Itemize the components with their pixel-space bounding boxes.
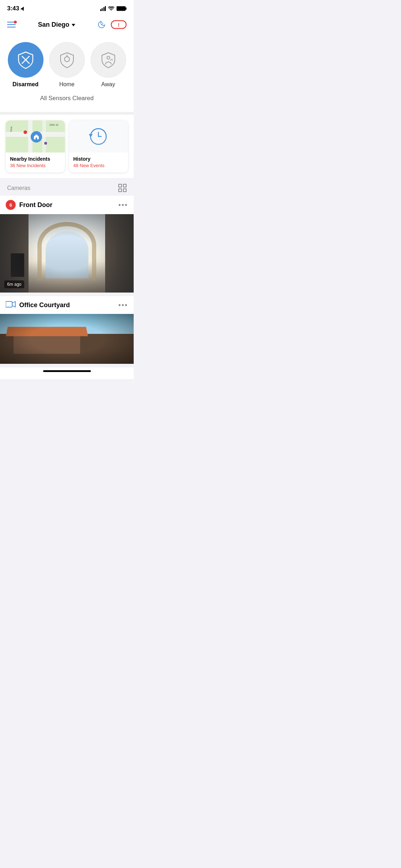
map-preview: Pea 20th St <box>6 120 65 153</box>
signal-icon <box>100 6 106 11</box>
nearby-count: 36 New Incidents <box>10 163 61 168</box>
incident-dot-purple <box>44 142 47 145</box>
camera-name-2: Office Courtyard <box>19 301 70 309</box>
cameras-label: Cameras <box>7 185 30 191</box>
menu-line <box>7 24 16 25</box>
camera-card-header-2: Office Courtyard ••• <box>0 296 134 314</box>
history-icon-area <box>69 120 128 153</box>
security-status-text: All Sensors Cleared <box>7 93 127 102</box>
courtyard-vignette <box>0 314 134 364</box>
history-title: History <box>73 156 124 162</box>
status-time: 3:43 <box>7 5 25 12</box>
menu-line <box>7 27 16 27</box>
security-section: Disarmed Home A <box>0 35 134 112</box>
grid-cell <box>118 184 122 187</box>
status-bar: 3:43 <box>0 0 134 15</box>
more-options-button[interactable]: ••• <box>118 201 128 209</box>
away-label: Away <box>101 81 115 88</box>
notification-dot <box>14 21 17 24</box>
street-label: Pea <box>10 126 13 131</box>
svg-rect-1 <box>117 6 125 11</box>
alarm-icon[interactable]: ! <box>111 19 127 30</box>
nearby-incidents-card[interactable]: Pea 20th St Nearby Incidents 36 New Inci… <box>6 120 65 172</box>
cameras-header: Cameras <box>0 178 134 196</box>
security-modes: Disarmed Home A <box>7 42 127 88</box>
camera-badge: 6 <box>6 200 16 210</box>
incident-dot-red <box>24 130 27 134</box>
location-selector[interactable]: San Diego <box>38 21 75 29</box>
cards-section: Pea 20th St Nearby Incidents 36 New Inci… <box>0 115 134 178</box>
header-actions: ! <box>97 19 127 30</box>
wifi-icon <box>108 6 114 11</box>
map-home-pin <box>31 131 42 143</box>
home-circle <box>49 42 85 78</box>
section-divider <box>0 112 134 115</box>
camera-title-area-2: Office Courtyard <box>6 300 70 310</box>
camera-title-area: 6 Front Door <box>6 200 52 210</box>
chevron-down-icon <box>72 24 75 26</box>
disarmed-shield-icon <box>16 51 35 69</box>
history-count: 48 New Events <box>73 163 124 168</box>
camera-image[interactable]: 6m ago <box>0 214 134 293</box>
more-options-button-2[interactable]: ••• <box>118 301 128 309</box>
street-label2: 20th St <box>49 123 58 126</box>
camera-timestamp: 6m ago <box>4 280 24 288</box>
svg-point-10 <box>65 57 70 62</box>
location-label: San Diego <box>38 21 69 29</box>
grid-cell <box>123 188 127 192</box>
disarmed-label: Disarmed <box>12 81 38 88</box>
away-shield-icon <box>100 51 117 68</box>
mode-away[interactable]: Away <box>91 42 126 88</box>
disarmed-circle <box>8 42 43 78</box>
history-icon <box>88 126 108 146</box>
grid-cell <box>118 188 122 192</box>
location-arrow-icon <box>21 6 25 11</box>
menu-button[interactable] <box>7 22 16 27</box>
camera-video-icon <box>6 300 16 310</box>
camera-name: Front Door <box>19 201 52 209</box>
battery-icon <box>117 6 127 11</box>
mode-disarmed[interactable]: Disarmed <box>8 42 43 88</box>
away-circle <box>91 42 126 78</box>
moon-icon[interactable] <box>97 20 106 29</box>
history-card-body: History 48 New Events <box>69 153 128 172</box>
mode-home[interactable]: Home <box>49 42 85 88</box>
home-bar <box>43 370 91 372</box>
grid-cell <box>123 184 127 187</box>
svg-rect-13 <box>6 301 12 307</box>
app-header: San Diego ! <box>0 15 134 35</box>
svg-marker-0 <box>21 6 25 11</box>
svg-text:!: ! <box>118 22 120 28</box>
svg-rect-2 <box>125 7 127 10</box>
camera-image-2[interactable] <box>0 314 134 364</box>
svg-point-11 <box>107 56 110 59</box>
grid-view-button[interactable] <box>118 184 127 192</box>
home-indicator <box>0 367 134 379</box>
front-door-camera-card[interactable]: 6 Front Door ••• 6m ago <box>0 196 134 293</box>
nearby-title: Nearby Incidents <box>10 156 61 162</box>
camera-card-header: 6 Front Door ••• <box>0 196 134 214</box>
history-card[interactable]: History 48 New Events <box>69 120 128 172</box>
status-icons <box>100 6 127 11</box>
nearby-card-body: Nearby Incidents 36 New Incidents <box>6 153 65 172</box>
home-label: Home <box>59 81 74 88</box>
time-display: 3:43 <box>7 5 19 12</box>
office-courtyard-camera-card[interactable]: Office Courtyard ••• <box>0 296 134 364</box>
home-shield-icon <box>58 51 76 68</box>
